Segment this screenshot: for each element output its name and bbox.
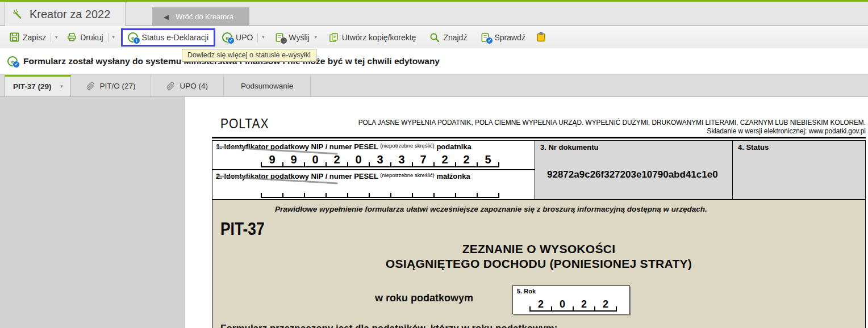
check-badge-icon: ✓ (486, 37, 493, 44)
check-badge-icon: ✓ (227, 37, 235, 44)
comb-cell[interactable] (412, 183, 434, 198)
comb-cell[interactable] (348, 183, 369, 198)
status-edeclaration-button[interactable]: e i Status e-Deklaracji (121, 28, 216, 47)
upo-edeclaration-icon: e ✓ (222, 32, 232, 43)
taxpayer-id-label-suffix: podatnika (436, 142, 471, 151)
print-button[interactable]: Drukuj (64, 32, 106, 42)
send-icon: → (275, 32, 285, 43)
comb-cell[interactable] (326, 183, 348, 198)
document-number-field: 3. Nr dokumentu 92872a9c26f327203e10790a… (535, 141, 733, 199)
tab-wroc-do-kreatora[interactable]: ◀ Wróć do Kreatora (152, 7, 249, 26)
spouse-id-label-suffix: małżonka (436, 172, 470, 180)
edeclaration-info-icon: e i (128, 32, 138, 43)
notes-icon (536, 32, 546, 43)
comb-cell[interactable]: 9 (283, 153, 304, 167)
comb-cell[interactable]: 2 (326, 153, 348, 167)
print-icon (67, 32, 77, 42)
comb-cell[interactable]: 2 (573, 298, 595, 312)
upo-button[interactable]: e ✓ UPO (219, 32, 256, 43)
send-dropdown-arrow[interactable]: ▼ (312, 35, 319, 40)
send-arrow-badge: → (280, 37, 287, 44)
taxpayer-id-label: 1. Identyfikator podatkowy NIP / numer P… (212, 141, 535, 153)
comb-cell[interactable] (477, 183, 499, 198)
print-dropdown-arrow[interactable]: ▼ (110, 35, 117, 40)
spouse-id-label-note: (niepotrzebne skreślić) (380, 172, 435, 178)
comb-cell[interactable]: 3 (369, 153, 391, 167)
comb-cell[interactable] (283, 183, 304, 198)
save-dropdown-arrow[interactable]: ▼ (53, 35, 60, 40)
paperclip-icon (166, 82, 175, 90)
tab-upo-label: UPO (4) (180, 82, 208, 90)
comb-cell[interactable] (261, 183, 283, 198)
check-button[interactable]: ✓ Sprawdź (478, 32, 528, 43)
comb-cell[interactable] (304, 183, 326, 198)
toolbar-separator (51, 33, 51, 42)
comb-cell[interactable]: 0 (552, 298, 573, 312)
tab-podsumowanie[interactable]: Podsumowanie (224, 75, 311, 96)
pesel-comb-malzonek[interactable] (261, 183, 499, 198)
tab-back-label: Wróć do Kreatora (176, 12, 233, 21)
comb-cell[interactable]: 5 (477, 153, 499, 167)
toolbar-separator (257, 33, 258, 42)
find-label: Znajdź (443, 33, 467, 42)
clipped-bottom-text: Formularz przeznaczony jest dla podatnik… (220, 323, 558, 328)
status-edeclaration-label: Status e-Deklaracji (142, 33, 209, 42)
comb-cell[interactable]: 7 (412, 153, 434, 167)
status-tooltip: Dowiedz się więcej o statusie e-wysyłki (182, 49, 316, 62)
back-arrow-icon: ◀ (164, 13, 169, 21)
comb-cell[interactable]: 2 (595, 298, 616, 312)
save-icon (10, 32, 19, 42)
comb-cell[interactable]: 2 (434, 153, 456, 167)
main-toolbar: Zapisz ▼ Drukuj ▼ e i Status e-Deklaracj… (0, 26, 868, 48)
tab-kreator-za-2022[interactable]: Kreator za 2022 (5, 2, 126, 26)
search-icon (429, 32, 440, 43)
tab-upo[interactable]: UPO (4) (151, 75, 224, 96)
copy-correction-label: Utwórz kopię/korektę (342, 33, 416, 42)
esend-status-icon: e ✓ (7, 56, 18, 66)
spouse-id-row: 2. Identyfikator podatkowy NIP / numer P… (212, 170, 535, 199)
save-button[interactable]: Zapisz (7, 32, 49, 42)
comb-cell[interactable]: 9 (261, 153, 283, 167)
year-prefix-label: w roku podatkowym (375, 292, 473, 304)
comb-cell[interactable] (434, 183, 456, 198)
info-badge-icon: i (133, 37, 140, 44)
comb-cell[interactable] (456, 183, 477, 198)
tab-pit37-label: PIT-37 (29) (13, 82, 52, 91)
sidebar-panel (0, 97, 185, 328)
comb-cell[interactable]: 2 (530, 298, 552, 312)
upo-dropdown-arrow[interactable]: ▼ (260, 35, 266, 40)
tab-pito-label: PIT/O (27) (99, 82, 135, 90)
status-field: 4. Status (733, 141, 865, 199)
form-title-line2: OSIĄGNIĘTEGO DOCHODU (PONIESIONEJ STRATY… (212, 257, 866, 271)
status-message-bar: e ✓ Formularz został wysłany do systemu … (0, 48, 868, 74)
toolbar-separator (108, 33, 108, 42)
send-button[interactable]: → Wyślij (272, 32, 312, 43)
comb-cell[interactable] (391, 183, 412, 198)
document-number-value: 92872a9c26f327203e10790abd41c1e0 (547, 169, 718, 180)
tab-kreator-label: Kreator za 2022 (30, 8, 110, 21)
copy-correction-button[interactable]: Utwórz kopię/korektę (326, 32, 419, 43)
tab-pit37-dropdown-arrow[interactable]: ▼ (59, 84, 65, 89)
year-comb[interactable]: 2 0 2 2 (530, 298, 616, 312)
document-tab-strip: PIT-37 (29) ▼ PIT/O (27) UPO (4) Podsumo… (0, 74, 868, 97)
comb-cell[interactable] (369, 183, 391, 198)
window-tab-strip: Kreator za 2022 ◀ Wróć do Kreatora (0, 2, 868, 26)
notes-button[interactable] (533, 32, 549, 43)
pesel-comb-podatnik[interactable]: 9 9 0 2 0 3 3 7 2 2 5 (261, 153, 499, 167)
form-title-line1: ZEZNANIE O WYSOKOŚCI (212, 242, 866, 256)
year-box-label: 5. Rok (513, 286, 629, 296)
comb-cell[interactable]: 0 (304, 153, 326, 167)
comb-cell[interactable]: 0 (348, 153, 369, 167)
comb-cell[interactable]: 2 (456, 153, 477, 167)
tab-pit37[interactable]: PIT-37 (29) ▼ (5, 75, 71, 96)
find-button[interactable]: Znajdź (427, 32, 470, 43)
copy-icon (329, 32, 339, 43)
tab-pito[interactable]: PIT/O (27) (71, 75, 151, 96)
check-document-icon: ✓ (481, 32, 491, 43)
comb-cell[interactable]: 3 (391, 153, 412, 167)
tab-podsumowanie-label: Podsumowanie (241, 82, 293, 90)
send-label: Wyślij (289, 33, 309, 42)
taxpayer-id-row: 1. Identyfikator podatkowy NIP / numer P… (212, 141, 535, 170)
form-instructions-line2: Składanie w wersji elektronicznej: www.p… (257, 127, 866, 136)
identifier-column: 1. Identyfikator podatkowy NIP / numer P… (212, 141, 535, 199)
